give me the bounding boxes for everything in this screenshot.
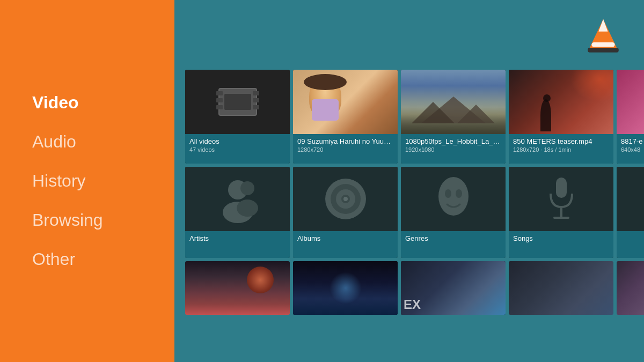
bottom-tile-2[interactable]: [293, 261, 398, 315]
sidebar-item-other[interactable]: Other: [32, 249, 174, 269]
svg-point-24: [456, 189, 462, 198]
disc-icon: [321, 175, 370, 223]
songs-label: Songs: [513, 234, 609, 242]
svg-point-15: [240, 181, 254, 195]
hobbit-sub: 1920x1080: [405, 146, 501, 153]
suzumiya-info: 09 Suzumiya Haruhi no Yuuut... 1280x720: [293, 134, 398, 164]
suzumiya-thumb: [293, 70, 398, 134]
hobbit-thumb: [401, 70, 506, 134]
songs-tile[interactable]: Songs: [509, 167, 613, 258]
sidebar-item-history[interactable]: History: [32, 171, 174, 191]
albums-tile[interactable]: Albums: [293, 167, 398, 258]
svg-rect-7: [216, 98, 223, 102]
genres-tile[interactable]: Genres: [401, 167, 506, 258]
person-icon: [216, 175, 259, 223]
sidebar-item-audio[interactable]: Audio: [32, 132, 174, 152]
music-partial-tile: [617, 167, 644, 258]
850meters-info: 850 METERS teaser.mp4 1280x720 · 18s / 1…: [509, 134, 613, 164]
hobbit-title: 1080p50fps_Le_Hobbit_La_d...: [405, 137, 501, 145]
bottom-tile-5-partial: [617, 261, 644, 315]
svg-marker-1: [598, 19, 608, 32]
songs-info: Songs: [509, 231, 613, 258]
albums-label: Albums: [297, 234, 393, 242]
all-videos-info: All videos 47 videos: [185, 134, 290, 164]
all-videos-thumb: [185, 70, 290, 134]
svg-point-16: [237, 200, 258, 217]
suzumiya-title: 09 Suzumiya Haruhi no Yuuut...: [297, 137, 393, 145]
svg-rect-2: [591, 42, 614, 47]
850meters-title: 850 METERS teaser.mp4: [513, 137, 609, 145]
all-videos-tile[interactable]: All videos 47 videos: [185, 70, 290, 164]
all-videos-sub: 47 videos: [189, 146, 286, 153]
bottom-tile-4[interactable]: [509, 261, 613, 315]
bottom-tile-3[interactable]: EX: [401, 261, 506, 315]
850meters-tile[interactable]: 850 METERS teaser.mp4 1280x720 · 18s / 1…: [509, 70, 613, 164]
music-row: Artists Albums: [185, 167, 633, 258]
bottom-row: EX: [185, 261, 633, 315]
850meters-sub: 1280x720 · 18s / 1min: [513, 146, 609, 153]
albums-info: Albums: [293, 231, 398, 258]
svg-rect-6: [216, 91, 223, 95]
bottom-tile-1[interactable]: [185, 261, 290, 315]
svg-rect-11: [253, 105, 259, 109]
svg-rect-10: [253, 98, 259, 102]
svg-rect-9: [253, 91, 259, 95]
svg-rect-12: [224, 94, 251, 110]
svg-rect-8: [216, 105, 223, 109]
partial-tile: 8817-e 640x48: [617, 70, 644, 164]
genres-label: Genres: [405, 234, 501, 242]
hobbit-info: 1080p50fps_Le_Hobbit_La_d... 1920x1080: [401, 134, 506, 164]
suzumiya-tile[interactable]: 09 Suzumiya Haruhi no Yuuut... 1280x720: [293, 70, 398, 164]
svg-point-23: [445, 189, 451, 198]
artists-icon-area: [185, 167, 290, 231]
main-content: All videos 47 videos 09 Suzumiya Haruhi …: [174, 0, 644, 362]
partial-title: 8817-e: [621, 137, 644, 145]
vlc-logo: [584, 16, 623, 55]
video-row: All videos 47 videos 09 Suzumiya Haruhi …: [185, 70, 633, 164]
hobbit-tile[interactable]: 1080p50fps_Le_Hobbit_La_d... 1920x1080: [401, 70, 506, 164]
artists-tile[interactable]: Artists: [185, 167, 290, 258]
svg-point-22: [438, 177, 469, 216]
genres-icon-area: [401, 167, 506, 231]
sidebar-item-browsing[interactable]: Browsing: [32, 210, 174, 230]
film-icon: [185, 70, 290, 134]
svg-rect-3: [588, 48, 619, 53]
genres-info: Genres: [401, 231, 506, 258]
mic-icon: [543, 175, 580, 223]
artists-label: Artists: [189, 234, 286, 242]
artists-info: Artists: [185, 231, 290, 258]
all-videos-title: All videos: [189, 137, 286, 145]
sidebar-item-video[interactable]: Video: [32, 93, 174, 113]
svg-point-21: [343, 197, 348, 201]
sidebar: Video Audio History Browsing Other: [0, 0, 174, 362]
850meters-thumb: [509, 70, 613, 134]
suzumiya-sub: 1280x720: [297, 146, 393, 153]
albums-icon-area: [293, 167, 398, 231]
partial-sub: 640x48: [621, 146, 644, 153]
songs-icon-area: [509, 167, 613, 231]
mask-icon: [432, 175, 475, 223]
svg-rect-25: [556, 178, 567, 198]
